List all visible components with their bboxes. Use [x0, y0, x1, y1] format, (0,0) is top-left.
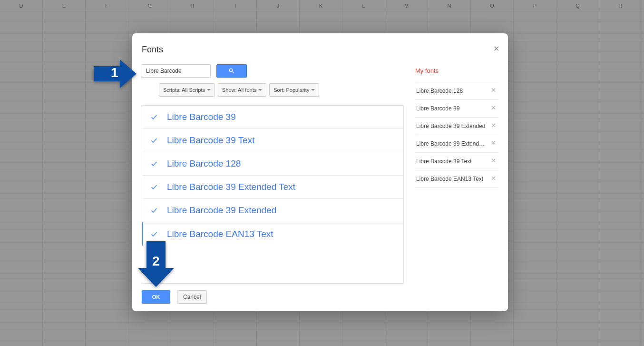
font-result-name: Libre Barcode EAN13 Text — [167, 229, 273, 239]
search-icon — [228, 68, 235, 74]
check-icon — [150, 159, 158, 168]
font-result-row[interactable]: Libre Barcode 39 Extended Text — [142, 176, 403, 199]
remove-font-button[interactable]: ✕ — [490, 123, 497, 129]
font-result-row[interactable]: Libre Barcode 128 — [142, 152, 403, 176]
controls-row: Scripts: All Scripts Show: All fonts Sor… — [142, 64, 404, 97]
remove-font-button[interactable]: ✕ — [490, 105, 497, 112]
cancel-button[interactable]: Cancel — [177, 290, 207, 304]
fonts-modal: Fonts ✕ Scripts: All Scripts Show: All f… — [132, 33, 508, 311]
my-font-row[interactable]: Libre Barcode 39 ✕ — [415, 100, 498, 118]
font-search-input[interactable] — [142, 64, 211, 78]
modal-footer: OK Cancel — [142, 290, 498, 304]
show-filter-label: Show: All fonts — [222, 87, 256, 93]
remove-font-button[interactable]: ✕ — [490, 88, 497, 94]
callout-1-number: 1 — [111, 65, 118, 80]
close-button[interactable]: ✕ — [491, 44, 501, 54]
search-button[interactable] — [216, 64, 247, 78]
my-font-name: Libre Barcode 39 Extended — [416, 123, 485, 129]
modal-body: Scripts: All Scripts Show: All fonts Sor… — [142, 64, 498, 284]
font-result-row[interactable]: Libre Barcode 39 Extended — [142, 199, 403, 222]
font-result-name: Libre Barcode 39 Text — [167, 135, 255, 146]
ok-button[interactable]: OK — [142, 290, 170, 304]
callout-1: 1 — [94, 59, 137, 88]
font-result-name: Libre Barcode 39 Extended — [167, 205, 276, 216]
my-font-name: Libre Barcode 128 — [416, 88, 463, 94]
sort-filter-label: Sort: Popularity — [273, 87, 309, 93]
my-font-name: Libre Barcode 39 — [416, 105, 459, 112]
font-result-row[interactable]: Libre Barcode 39 Text — [142, 129, 403, 152]
my-fonts-title: My fonts — [415, 67, 498, 74]
caret-down-icon — [207, 89, 211, 91]
show-filter[interactable]: Show: All fonts — [218, 83, 266, 97]
my-font-name: Libre Barcode 39 Text — [416, 158, 472, 165]
font-result-name: Libre Barcode 128 — [167, 158, 241, 169]
font-result-name: Libre Barcode 39 Extended Text — [167, 182, 295, 192]
font-result-row[interactable]: Libre Barcode EAN13 Text — [142, 222, 403, 246]
check-icon — [150, 113, 158, 121]
modal-title: Fonts — [142, 45, 498, 55]
my-font-name: Libre Barcode 39 Extended Text — [416, 140, 488, 147]
check-icon — [150, 136, 158, 145]
font-result-name: Libre Barcode 39 — [167, 112, 236, 122]
remove-font-button[interactable]: ✕ — [490, 176, 497, 182]
my-font-row[interactable]: Libre Barcode 128 ✕ — [415, 82, 498, 100]
callout-2-number: 2 — [152, 254, 160, 269]
my-fonts-pane: My fonts Libre Barcode 128 ✕ Libre Barco… — [415, 64, 498, 284]
scripts-filter-label: Scripts: All Scripts — [163, 87, 205, 93]
my-font-row[interactable]: Libre Barcode EAN13 Text ✕ — [415, 170, 498, 188]
caret-down-icon — [258, 89, 262, 91]
check-icon — [150, 183, 158, 191]
my-fonts-list: Libre Barcode 128 ✕ Libre Barcode 39 ✕ L… — [415, 82, 498, 188]
caret-down-icon — [311, 89, 315, 91]
my-font-row[interactable]: Libre Barcode 39 Extended ✕ — [415, 118, 498, 135]
remove-font-button[interactable]: ✕ — [490, 158, 497, 165]
font-search-pane: Scripts: All Scripts Show: All fonts Sor… — [142, 64, 404, 284]
check-icon — [150, 206, 158, 215]
my-font-row[interactable]: Libre Barcode 39 Extended Text ✕ — [415, 135, 498, 153]
sort-filter[interactable]: Sort: Popularity — [269, 83, 319, 97]
remove-font-button[interactable]: ✕ — [490, 140, 497, 147]
filter-group: Scripts: All Scripts Show: All fonts Sor… — [159, 83, 319, 97]
my-font-row[interactable]: Libre Barcode 39 Text ✕ — [415, 153, 498, 170]
font-results-list[interactable]: Libre Barcode 39 Libre Barcode 39 Text L… — [142, 105, 404, 284]
check-icon — [150, 230, 158, 238]
scripts-filter[interactable]: Scripts: All Scripts — [159, 83, 215, 97]
callout-2: 2 — [138, 241, 174, 287]
font-result-row[interactable]: Libre Barcode 39 — [142, 106, 403, 129]
my-font-name: Libre Barcode EAN13 Text — [416, 176, 483, 182]
